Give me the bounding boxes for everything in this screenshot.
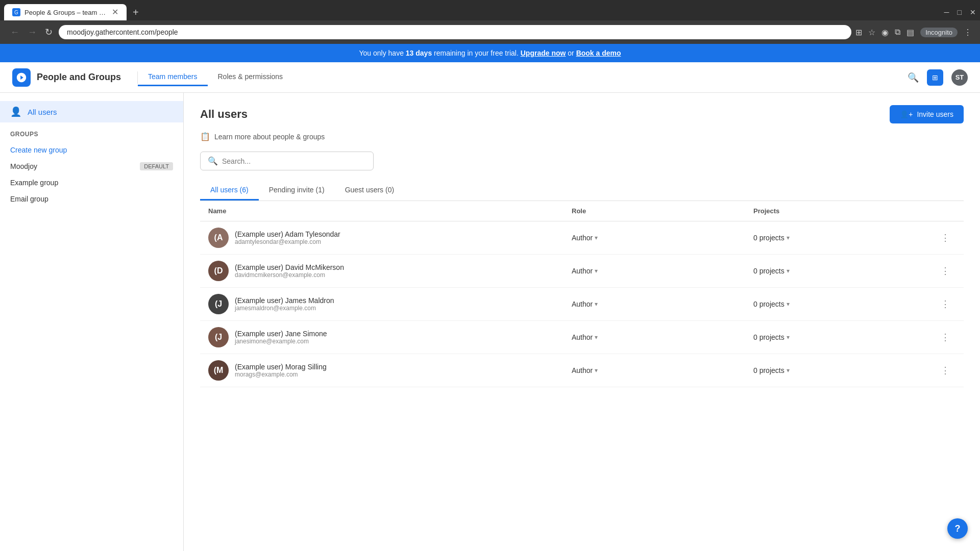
projects-dropdown[interactable]: 0 projects ▾	[753, 366, 935, 374]
user-avatar-3: (J	[208, 327, 229, 347]
upgrade-link[interactable]: Upgrade now	[521, 49, 566, 57]
app-logo[interactable]	[12, 68, 31, 87]
user-more-button[interactable]: ⋮	[937, 263, 954, 279]
projects-dropdown[interactable]: 0 projects ▾	[753, 333, 935, 341]
user-projects-cell: 0 projects ▾	[753, 300, 935, 308]
role-dropdown[interactable]: Author ▾	[572, 234, 753, 242]
tab-guest-users[interactable]: Guest users (0)	[335, 181, 404, 201]
main-nav: Team members Roles & permissions	[138, 68, 293, 86]
role-dropdown[interactable]: Author ▾	[572, 333, 753, 341]
sidebar-all-users[interactable]: 👤 All users	[0, 101, 183, 122]
browser-tab[interactable]: G People & Groups – team mem... ✕	[4, 4, 127, 20]
tab-pending-invite[interactable]: Pending invite (1)	[259, 181, 335, 201]
user-name: (Example user) Adam Tylesondar	[235, 230, 340, 238]
invite-icon: 👤+	[900, 110, 913, 118]
user-email: janesimone@example.com	[235, 338, 327, 345]
user-name: (Example user) David McMikerson	[235, 263, 344, 271]
projects-label: 0 projects	[753, 234, 785, 242]
sidebar-group-moodjoy[interactable]: Moodjoy DEFAULT	[0, 158, 183, 174]
new-tab-button[interactable]: +	[129, 5, 143, 20]
user-more-button[interactable]: ⋮	[937, 296, 954, 312]
sidebar-group-email[interactable]: Email group	[0, 191, 183, 207]
projects-dropdown[interactable]: 0 projects ▾	[753, 234, 935, 242]
header-search-icon[interactable]: 🔍	[908, 72, 919, 83]
content-header: All users 👤+ Invite users	[200, 105, 964, 123]
tab-title: People & Groups – team mem...	[24, 9, 108, 16]
tab-all-users[interactable]: All users (6)	[200, 181, 259, 201]
projects-chevron-icon: ▾	[787, 334, 790, 341]
table-row: (M (Example user) Morag Silling morags@e…	[200, 354, 964, 387]
col-projects-header: Projects	[753, 207, 935, 215]
projects-label: 0 projects	[753, 300, 785, 308]
user-actions-cell: ⋮	[935, 363, 955, 378]
role-label: Author	[572, 333, 593, 341]
create-new-group-item[interactable]: Create new group	[0, 142, 183, 158]
user-email: morags@example.com	[235, 371, 327, 378]
extension-icon[interactable]: ⧉	[895, 28, 900, 37]
sidebar: 👤 All users GROUPS Create new group Mood…	[0, 93, 184, 551]
create-group-link[interactable]: Create new group	[10, 146, 67, 154]
search-input[interactable]	[222, 157, 366, 165]
app-title: People and Groups	[37, 72, 121, 83]
user-projects-cell: 0 projects ▾	[753, 333, 935, 341]
forward-button[interactable]: →	[26, 25, 39, 40]
user-avatar-4: (M	[208, 360, 229, 381]
apps-grid-icon[interactable]: ⊞	[927, 69, 943, 86]
invite-label: Invite users	[917, 110, 953, 118]
header-actions: 🔍 ⊞ ST	[908, 69, 968, 86]
user-details: (Example user) Morag Silling morags@exam…	[235, 363, 327, 378]
search-wrapper: 🔍	[200, 152, 964, 170]
extensions-icon[interactable]: ⊞	[855, 28, 862, 37]
sidebar-icon[interactable]: ▤	[906, 28, 914, 37]
team-members-tab[interactable]: Team members	[138, 68, 207, 86]
user-tabs: All users (6) Pending invite (1) Guest u…	[200, 181, 964, 201]
address-bar[interactable]: moodjoy.gathercontent.com/people	[59, 25, 851, 39]
all-users-label: All users	[28, 108, 57, 116]
groups-heading: GROUPS	[0, 122, 183, 142]
minimize-button[interactable]: ─	[944, 8, 949, 16]
browser-chrome: G People & Groups – team mem... ✕ + ─ □ …	[0, 0, 980, 44]
projects-dropdown[interactable]: 0 projects ▾	[753, 267, 935, 275]
user-details: (Example user) David McMikerson davidmcm…	[235, 263, 344, 279]
banner-prefix: You only have	[359, 49, 405, 57]
user-email: jamesmaldron@example.com	[235, 305, 334, 312]
restore-button[interactable]: □	[958, 8, 962, 16]
users-list: (A (Example user) Adam Tylesondar adamty…	[200, 221, 964, 387]
user-more-button[interactable]: ⋮	[937, 230, 954, 245]
user-details: (Example user) Adam Tylesondar adamtyles…	[235, 230, 340, 245]
invite-users-button[interactable]: 👤+ Invite users	[890, 105, 964, 123]
role-chevron-icon: ▾	[595, 367, 598, 374]
role-label: Author	[572, 300, 593, 308]
menu-icon[interactable]: ⋮	[964, 28, 972, 37]
profile-icon[interactable]: ◉	[881, 28, 889, 37]
banner-days: 13 days	[406, 49, 432, 57]
user-role-cell: Author ▾	[572, 267, 753, 275]
user-projects-cell: 0 projects ▾	[753, 234, 935, 242]
user-avatar[interactable]: ST	[951, 69, 968, 86]
reload-button[interactable]: ↻	[43, 24, 55, 40]
col-name-header: Name	[208, 207, 572, 215]
user-email: davidmcmikerson@example.com	[235, 271, 344, 279]
user-more-button[interactable]: ⋮	[937, 363, 954, 378]
help-button[interactable]: ?	[947, 518, 968, 539]
sidebar-group-example[interactable]: Example group	[0, 174, 183, 191]
close-button[interactable]: ✕	[970, 8, 976, 16]
role-dropdown[interactable]: Author ▾	[572, 267, 753, 275]
projects-label: 0 projects	[753, 267, 785, 275]
role-dropdown[interactable]: Author ▾	[572, 300, 753, 308]
back-button[interactable]: ←	[8, 25, 21, 40]
tab-close-button[interactable]: ✕	[112, 8, 118, 16]
user-more-button[interactable]: ⋮	[937, 330, 954, 345]
role-dropdown[interactable]: Author ▾	[572, 366, 753, 374]
projects-dropdown[interactable]: 0 projects ▾	[753, 300, 935, 308]
role-label: Author	[572, 366, 593, 374]
projects-label: 0 projects	[753, 333, 785, 341]
user-info: (J (Example user) James Maldron jamesmal…	[208, 294, 572, 314]
book-demo-link[interactable]: Book a demo	[576, 49, 621, 57]
learn-more-section: 📋 Learn more about people & groups	[200, 132, 964, 141]
projects-chevron-icon: ▾	[787, 234, 790, 241]
default-badge: DEFAULT	[140, 162, 173, 170]
roles-permissions-tab[interactable]: Roles & permissions	[208, 68, 293, 86]
learn-more-link[interactable]: Learn more about people & groups	[214, 133, 325, 141]
bookmark-icon[interactable]: ☆	[868, 28, 875, 37]
